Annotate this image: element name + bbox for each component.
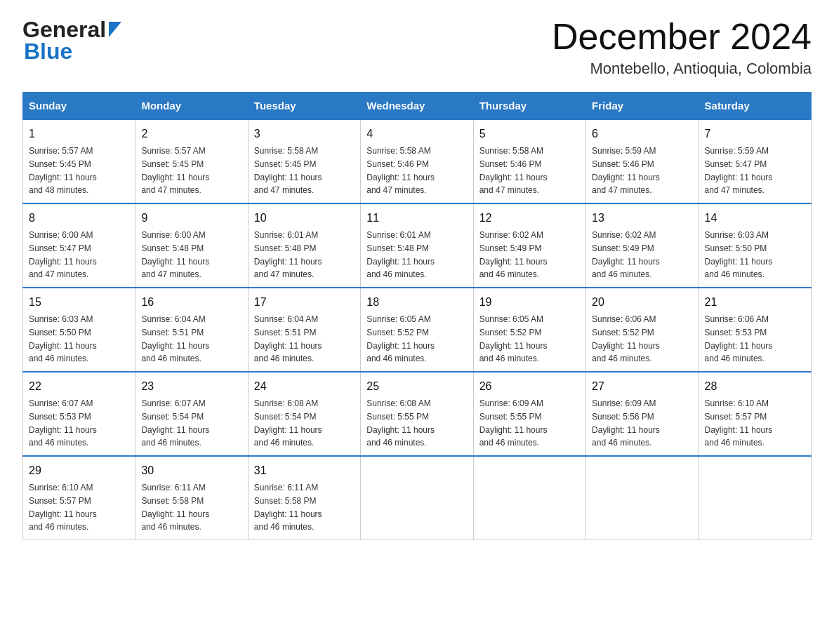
day-info: Sunrise: 6:05 AMSunset: 5:52 PMDaylight:… (479, 314, 548, 363)
calendar-cell: 17Sunrise: 6:04 AMSunset: 5:51 PMDayligh… (248, 288, 360, 372)
calendar-cell: 26Sunrise: 6:09 AMSunset: 5:55 PMDayligh… (473, 372, 585, 456)
week-row-1: 1Sunrise: 5:57 AMSunset: 5:45 PMDaylight… (23, 119, 812, 203)
week-row-3: 15Sunrise: 6:03 AMSunset: 5:50 PMDayligh… (23, 288, 812, 372)
logo-blue-text: Blue (24, 39, 72, 65)
day-number: 9 (141, 210, 241, 227)
calendar-cell: 25Sunrise: 6:08 AMSunset: 5:55 PMDayligh… (361, 372, 473, 456)
calendar-cell: 27Sunrise: 6:09 AMSunset: 5:56 PMDayligh… (586, 372, 699, 456)
day-number: 24 (254, 378, 355, 395)
day-number: 6 (592, 126, 692, 142)
day-info: Sunrise: 6:10 AMSunset: 5:57 PMDaylight:… (29, 483, 97, 532)
calendar-cell: 21Sunrise: 6:06 AMSunset: 5:53 PMDayligh… (699, 288, 811, 372)
day-number: 4 (366, 126, 467, 142)
day-number: 14 (705, 210, 805, 227)
calendar-cell: 28Sunrise: 6:10 AMSunset: 5:57 PMDayligh… (699, 372, 811, 456)
calendar-title: December 2024 (552, 17, 812, 57)
calendar-cell: 15Sunrise: 6:03 AMSunset: 5:50 PMDayligh… (23, 288, 135, 372)
logo-arrow-icon (109, 22, 121, 40)
calendar-cell: 24Sunrise: 6:08 AMSunset: 5:54 PMDayligh… (248, 372, 360, 456)
day-number: 27 (592, 378, 692, 395)
calendar-cell: 2Sunrise: 5:57 AMSunset: 5:45 PMDaylight… (135, 119, 248, 203)
calendar-cell: 1Sunrise: 5:57 AMSunset: 5:45 PMDaylight… (23, 119, 135, 203)
day-info: Sunrise: 5:58 AMSunset: 5:46 PMDaylight:… (366, 146, 435, 195)
day-info: Sunrise: 6:06 AMSunset: 5:53 PMDaylight:… (705, 314, 773, 363)
week-row-5: 29Sunrise: 6:10 AMSunset: 5:57 PMDayligh… (23, 456, 812, 540)
day-info: Sunrise: 6:09 AMSunset: 5:56 PMDaylight:… (592, 398, 660, 448)
calendar-cell: 30Sunrise: 6:11 AMSunset: 5:58 PMDayligh… (135, 456, 248, 540)
col-header-tuesday: Tuesday (248, 93, 360, 120)
calendar-cell: 8Sunrise: 6:00 AMSunset: 5:47 PMDaylight… (23, 203, 135, 288)
calendar-cell: 3Sunrise: 5:58 AMSunset: 5:45 PMDaylight… (248, 119, 360, 203)
calendar-cell: 16Sunrise: 6:04 AMSunset: 5:51 PMDayligh… (135, 288, 248, 372)
day-number: 1 (29, 126, 129, 142)
day-number: 10 (254, 210, 355, 227)
day-info: Sunrise: 6:03 AMSunset: 5:50 PMDaylight:… (705, 230, 773, 279)
calendar-cell: 5Sunrise: 5:58 AMSunset: 5:46 PMDaylight… (473, 119, 585, 203)
week-row-2: 8Sunrise: 6:00 AMSunset: 5:47 PMDaylight… (23, 203, 812, 288)
calendar-cell: 20Sunrise: 6:06 AMSunset: 5:52 PMDayligh… (586, 288, 699, 372)
calendar-cell: 4Sunrise: 5:58 AMSunset: 5:46 PMDaylight… (361, 119, 473, 203)
day-number: 7 (705, 126, 805, 142)
calendar-cell (586, 456, 699, 540)
day-info: Sunrise: 6:06 AMSunset: 5:52 PMDaylight:… (592, 314, 660, 363)
day-number: 17 (254, 294, 355, 311)
calendar-cell (699, 456, 811, 540)
day-number: 16 (141, 294, 241, 311)
calendar-cell (361, 456, 473, 540)
day-number: 28 (705, 378, 805, 395)
calendar-cell: 23Sunrise: 6:07 AMSunset: 5:54 PMDayligh… (135, 372, 248, 456)
day-number: 21 (705, 294, 805, 311)
calendar-cell: 18Sunrise: 6:05 AMSunset: 5:52 PMDayligh… (361, 288, 473, 372)
col-header-wednesday: Wednesday (361, 93, 473, 120)
calendar-cell: 14Sunrise: 6:03 AMSunset: 5:50 PMDayligh… (699, 203, 811, 288)
calendar-table: SundayMondayTuesdayWednesdayThursdayFrid… (22, 92, 812, 540)
calendar-cell: 12Sunrise: 6:02 AMSunset: 5:49 PMDayligh… (473, 203, 585, 288)
col-header-monday: Monday (135, 93, 248, 120)
day-info: Sunrise: 6:02 AMSunset: 5:49 PMDaylight:… (592, 230, 660, 279)
day-info: Sunrise: 6:08 AMSunset: 5:55 PMDaylight:… (366, 398, 435, 448)
calendar-cell: 29Sunrise: 6:10 AMSunset: 5:57 PMDayligh… (23, 456, 135, 540)
svg-marker-0 (109, 22, 121, 37)
day-info: Sunrise: 6:07 AMSunset: 5:54 PMDaylight:… (141, 398, 209, 448)
calendar-cell: 19Sunrise: 6:05 AMSunset: 5:52 PMDayligh… (473, 288, 585, 372)
page-header: General Blue December 2024 Montebello, A… (22, 17, 812, 78)
logo: General Blue (22, 17, 121, 65)
day-info: Sunrise: 6:04 AMSunset: 5:51 PMDaylight:… (254, 314, 322, 363)
day-info: Sunrise: 6:07 AMSunset: 5:53 PMDaylight:… (29, 398, 97, 448)
week-row-4: 22Sunrise: 6:07 AMSunset: 5:53 PMDayligh… (23, 372, 812, 456)
days-header-row: SundayMondayTuesdayWednesdayThursdayFrid… (23, 93, 812, 120)
day-number: 2 (141, 126, 241, 142)
day-info: Sunrise: 5:59 AMSunset: 5:46 PMDaylight:… (592, 146, 660, 195)
day-number: 26 (479, 378, 580, 395)
day-info: Sunrise: 6:10 AMSunset: 5:57 PMDaylight:… (705, 398, 773, 448)
day-info: Sunrise: 6:03 AMSunset: 5:50 PMDaylight:… (29, 314, 97, 363)
day-info: Sunrise: 5:59 AMSunset: 5:47 PMDaylight:… (705, 146, 773, 195)
day-info: Sunrise: 6:04 AMSunset: 5:51 PMDaylight:… (141, 314, 209, 363)
day-info: Sunrise: 5:58 AMSunset: 5:45 PMDaylight:… (254, 146, 322, 195)
day-info: Sunrise: 6:09 AMSunset: 5:55 PMDaylight:… (479, 398, 548, 448)
col-header-saturday: Saturday (699, 93, 811, 120)
day-number: 11 (366, 210, 467, 227)
day-info: Sunrise: 6:05 AMSunset: 5:52 PMDaylight:… (366, 314, 435, 363)
title-block: December 2024 Montebello, Antioquia, Col… (552, 17, 812, 78)
day-info: Sunrise: 6:00 AMSunset: 5:48 PMDaylight:… (141, 230, 209, 279)
day-number: 3 (254, 126, 355, 142)
day-info: Sunrise: 6:11 AMSunset: 5:58 PMDaylight:… (141, 483, 209, 532)
calendar-cell: 31Sunrise: 6:11 AMSunset: 5:58 PMDayligh… (248, 456, 360, 540)
day-info: Sunrise: 6:01 AMSunset: 5:48 PMDaylight:… (366, 230, 435, 279)
day-number: 25 (366, 378, 467, 395)
calendar-subtitle: Montebello, Antioquia, Colombia (552, 60, 812, 78)
day-number: 5 (479, 126, 580, 142)
day-info: Sunrise: 5:57 AMSunset: 5:45 PMDaylight:… (141, 146, 209, 195)
day-number: 19 (479, 294, 580, 311)
day-info: Sunrise: 6:11 AMSunset: 5:58 PMDaylight:… (254, 483, 322, 532)
day-info: Sunrise: 5:58 AMSunset: 5:46 PMDaylight:… (479, 146, 548, 195)
day-info: Sunrise: 6:08 AMSunset: 5:54 PMDaylight:… (254, 398, 322, 448)
day-number: 18 (366, 294, 467, 311)
calendar-cell: 13Sunrise: 6:02 AMSunset: 5:49 PMDayligh… (586, 203, 699, 288)
day-number: 13 (592, 210, 692, 227)
calendar-cell: 9Sunrise: 6:00 AMSunset: 5:48 PMDaylight… (135, 203, 248, 288)
day-number: 30 (141, 462, 241, 479)
day-info: Sunrise: 6:01 AMSunset: 5:48 PMDaylight:… (254, 230, 322, 279)
calendar-cell (473, 456, 585, 540)
